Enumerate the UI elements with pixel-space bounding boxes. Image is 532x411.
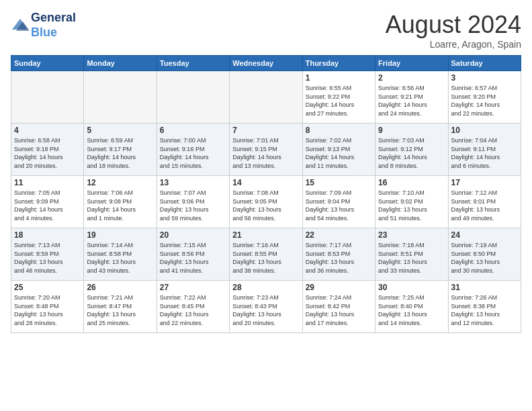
calendar-cell: 6Sunrise: 7:00 AMSunset: 9:16 PMDaylight…: [157, 124, 229, 176]
day-number: 29: [306, 283, 372, 292]
day-info: Sunrise: 7:19 AMSunset: 8:50 PMDaylight:…: [451, 241, 518, 275]
col-header-tuesday: Tuesday: [157, 56, 229, 71]
day-number: 22: [306, 230, 372, 240]
day-number: 25: [14, 283, 81, 292]
col-header-thursday: Thursday: [302, 56, 375, 71]
day-info: Sunrise: 7:18 AMSunset: 8:51 PMDaylight:…: [378, 241, 445, 275]
day-info: Sunrise: 6:59 AMSunset: 9:17 PMDaylight:…: [87, 136, 153, 170]
day-number: 3: [451, 73, 518, 83]
day-info: Sunrise: 7:14 AMSunset: 8:58 PMDaylight:…: [87, 241, 153, 275]
calendar-cell: 14Sunrise: 7:08 AMSunset: 9:05 PMDayligh…: [230, 176, 302, 228]
day-info: Sunrise: 7:10 AMSunset: 9:02 PMDaylight:…: [378, 189, 445, 222]
day-info: Sunrise: 7:23 AMSunset: 8:43 PMDaylight:…: [232, 293, 299, 327]
day-number: 4: [14, 126, 81, 135]
col-header-saturday: Saturday: [448, 56, 521, 71]
calendar-table: SundayMondayTuesdayWednesdayThursdayFrid…: [11, 55, 521, 333]
day-number: 18: [14, 230, 81, 240]
day-info: Sunrise: 7:04 AMSunset: 9:11 PMDaylight:…: [451, 136, 518, 170]
day-info: Sunrise: 7:22 AMSunset: 8:45 PMDaylight:…: [160, 293, 226, 327]
title-block: August 2024 Loarre, Aragon, Spain: [386, 11, 521, 50]
page-header: General Blue August 2024 Loarre, Aragon,…: [11, 11, 521, 50]
day-info: Sunrise: 7:12 AMSunset: 9:01 PMDaylight:…: [451, 189, 518, 222]
day-info: Sunrise: 6:58 AMSunset: 9:18 PMDaylight:…: [14, 136, 81, 170]
day-number: 31: [451, 283, 518, 292]
calendar-cell: 5Sunrise: 6:59 AMSunset: 9:17 PMDaylight…: [84, 124, 157, 176]
day-number: 30: [378, 283, 445, 292]
calendar-cell: 19Sunrise: 7:14 AMSunset: 8:58 PMDayligh…: [84, 228, 157, 281]
day-number: 14: [232, 178, 299, 187]
day-info: Sunrise: 7:08 AMSunset: 9:05 PMDaylight:…: [232, 189, 299, 222]
day-info: Sunrise: 7:25 AMSunset: 8:40 PMDaylight:…: [378, 293, 445, 327]
calendar-cell: 22Sunrise: 7:17 AMSunset: 8:53 PMDayligh…: [302, 228, 375, 281]
calendar-cell: 30Sunrise: 7:25 AMSunset: 8:40 PMDayligh…: [375, 281, 448, 333]
logo-icon: [11, 16, 30, 35]
calendar-week-row: 11Sunrise: 7:05 AMSunset: 9:09 PMDayligh…: [11, 176, 521, 228]
day-info: Sunrise: 7:24 AMSunset: 8:42 PMDaylight:…: [306, 293, 372, 327]
col-header-sunday: Sunday: [11, 56, 84, 71]
calendar-cell: 18Sunrise: 7:13 AMSunset: 8:59 PMDayligh…: [11, 228, 84, 281]
day-info: Sunrise: 7:01 AMSunset: 9:15 PMDaylight:…: [232, 136, 299, 170]
calendar-cell: 9Sunrise: 7:03 AMSunset: 9:12 PMDaylight…: [375, 124, 448, 176]
col-header-wednesday: Wednesday: [230, 56, 302, 71]
calendar-cell: 28Sunrise: 7:23 AMSunset: 8:43 PMDayligh…: [230, 281, 302, 333]
logo-text: General Blue: [31, 11, 76, 40]
calendar-cell: 29Sunrise: 7:24 AMSunset: 8:42 PMDayligh…: [302, 281, 375, 333]
calendar-week-row: 4Sunrise: 6:58 AMSunset: 9:18 PMDaylight…: [11, 124, 521, 176]
calendar-cell: 1Sunrise: 6:55 AMSunset: 9:22 PMDaylight…: [302, 71, 375, 124]
day-info: Sunrise: 7:17 AMSunset: 8:53 PMDaylight:…: [306, 241, 372, 275]
calendar-cell: [84, 71, 157, 124]
calendar-cell: 25Sunrise: 7:20 AMSunset: 8:48 PMDayligh…: [11, 281, 84, 333]
calendar-week-row: 1Sunrise: 6:55 AMSunset: 9:22 PMDaylight…: [11, 71, 521, 124]
day-info: Sunrise: 6:57 AMSunset: 9:20 PMDaylight:…: [451, 84, 518, 118]
day-info: Sunrise: 6:55 AMSunset: 9:22 PMDaylight:…: [306, 84, 372, 118]
day-number: 11: [14, 178, 81, 187]
calendar-cell: 7Sunrise: 7:01 AMSunset: 9:15 PMDaylight…: [230, 124, 302, 176]
day-number: 15: [306, 178, 372, 187]
day-number: 13: [160, 178, 226, 187]
day-number: 8: [306, 126, 372, 135]
day-number: 7: [232, 126, 299, 135]
calendar-header-row: SundayMondayTuesdayWednesdayThursdayFrid…: [11, 56, 521, 71]
calendar-cell: 24Sunrise: 7:19 AMSunset: 8:50 PMDayligh…: [448, 228, 521, 281]
calendar-cell: 17Sunrise: 7:12 AMSunset: 9:01 PMDayligh…: [448, 176, 521, 228]
calendar-cell: 26Sunrise: 7:21 AMSunset: 8:47 PMDayligh…: [84, 281, 157, 333]
day-info: Sunrise: 7:05 AMSunset: 9:09 PMDaylight:…: [14, 189, 81, 222]
day-number: 16: [378, 178, 445, 187]
calendar-cell: 11Sunrise: 7:05 AMSunset: 9:09 PMDayligh…: [11, 176, 84, 228]
calendar-cell: 20Sunrise: 7:15 AMSunset: 8:56 PMDayligh…: [157, 228, 229, 281]
day-number: 24: [451, 230, 518, 240]
day-info: Sunrise: 7:26 AMSunset: 8:38 PMDaylight:…: [451, 293, 518, 327]
day-info: Sunrise: 7:09 AMSunset: 9:04 PMDaylight:…: [306, 189, 372, 222]
day-number: 26: [87, 283, 153, 292]
day-number: 20: [160, 230, 226, 240]
calendar-cell: 2Sunrise: 6:56 AMSunset: 9:21 PMDaylight…: [375, 71, 448, 124]
location-subtitle: Loarre, Aragon, Spain: [386, 39, 521, 50]
day-number: 6: [160, 126, 226, 135]
day-number: 12: [87, 178, 153, 187]
day-info: Sunrise: 7:02 AMSunset: 9:13 PMDaylight:…: [306, 136, 372, 170]
day-info: Sunrise: 6:56 AMSunset: 9:21 PMDaylight:…: [378, 84, 445, 118]
month-title: August 2024: [386, 11, 521, 39]
calendar-cell: 8Sunrise: 7:02 AMSunset: 9:13 PMDaylight…: [302, 124, 375, 176]
calendar-cell: 12Sunrise: 7:06 AMSunset: 9:08 PMDayligh…: [84, 176, 157, 228]
calendar-cell: 27Sunrise: 7:22 AMSunset: 8:45 PMDayligh…: [157, 281, 229, 333]
day-number: 27: [160, 283, 226, 292]
day-info: Sunrise: 7:13 AMSunset: 8:59 PMDaylight:…: [14, 241, 81, 275]
day-info: Sunrise: 7:07 AMSunset: 9:06 PMDaylight:…: [160, 189, 226, 222]
day-number: 5: [87, 126, 153, 135]
calendar-cell: 31Sunrise: 7:26 AMSunset: 8:38 PMDayligh…: [448, 281, 521, 333]
col-header-monday: Monday: [84, 56, 157, 71]
day-info: Sunrise: 7:16 AMSunset: 8:55 PMDaylight:…: [232, 241, 299, 275]
day-number: 21: [232, 230, 299, 240]
day-number: 23: [378, 230, 445, 240]
day-info: Sunrise: 7:20 AMSunset: 8:48 PMDaylight:…: [14, 293, 81, 327]
calendar-cell: [157, 71, 229, 124]
calendar-cell: [230, 71, 302, 124]
day-info: Sunrise: 7:03 AMSunset: 9:12 PMDaylight:…: [378, 136, 445, 170]
calendar-cell: 16Sunrise: 7:10 AMSunset: 9:02 PMDayligh…: [375, 176, 448, 228]
day-number: 10: [451, 126, 518, 135]
day-number: 19: [87, 230, 153, 240]
calendar-cell: 10Sunrise: 7:04 AMSunset: 9:11 PMDayligh…: [448, 124, 521, 176]
calendar-cell: 4Sunrise: 6:58 AMSunset: 9:18 PMDaylight…: [11, 124, 84, 176]
calendar-cell: 15Sunrise: 7:09 AMSunset: 9:04 PMDayligh…: [302, 176, 375, 228]
